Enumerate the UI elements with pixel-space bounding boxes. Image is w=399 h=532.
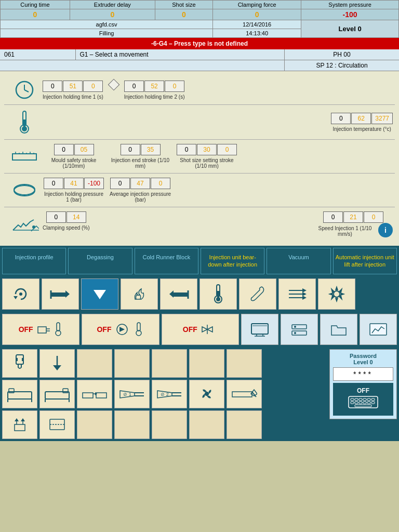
holding-time-2-inputs: 0 52 0 (124, 81, 184, 92)
grid-down[interactable] (39, 349, 75, 378)
ht1-v2[interactable]: 51 (63, 81, 83, 92)
temp-v2[interactable]: 62 (351, 113, 371, 124)
icon-server[interactable] (281, 314, 318, 345)
grid-conveyor[interactable] (227, 380, 262, 408)
grid-mold[interactable] (39, 410, 75, 439)
pump-icon (113, 322, 131, 337)
ht2-v3[interactable]: 0 (165, 81, 184, 92)
grid-bed[interactable] (2, 380, 37, 408)
plug-icon (12, 354, 28, 373)
grid-fan[interactable] (189, 380, 224, 408)
ht1-v3[interactable]: 0 (83, 81, 103, 92)
icon-wrench[interactable] (239, 278, 276, 310)
inject-left-icon (50, 286, 71, 302)
info-ph: PH 00 (285, 49, 399, 60)
hold-p-v3[interactable]: -100 (84, 178, 104, 189)
hold-p-v1[interactable]: 0 (44, 178, 63, 189)
clock-icon-wrap (6, 79, 43, 100)
inj-sp-v2[interactable]: 21 (343, 211, 363, 223)
icon-flow[interactable] (278, 278, 316, 310)
info-button[interactable]: i (378, 223, 393, 237)
off-btn-2[interactable]: OFF (82, 314, 159, 345)
icon-gear[interactable] (318, 278, 355, 310)
icon-folder[interactable] (320, 314, 357, 345)
clamp-v2[interactable]: 14 (66, 211, 86, 223)
grid-nozzle2[interactable]: ⊘ 2 (152, 380, 187, 408)
svg-rect-38 (38, 327, 46, 333)
avg-pressure-inputs: 0 47 0 (110, 178, 170, 189)
hold-p-v2[interactable]: 41 (64, 178, 84, 189)
inj-sp-v1[interactable]: 0 (323, 211, 343, 223)
grid-bed2[interactable] (39, 380, 75, 408)
temp-v1[interactable]: 0 (331, 113, 351, 124)
off-btn-3[interactable]: OFF (162, 314, 239, 345)
icon-chart[interactable] (360, 314, 397, 345)
off-btn-1[interactable]: OFF (2, 314, 79, 345)
bed-icon (7, 384, 33, 403)
nav-cold-runner[interactable]: Cold Runner Block (135, 248, 198, 274)
grid-nozzle1[interactable]: ⊘ 1 (114, 380, 150, 408)
off-keyboard-button[interactable]: OFF (333, 383, 393, 416)
inj-sp-v3[interactable]: 0 (364, 211, 383, 223)
ht2-v2[interactable]: 52 (144, 81, 164, 92)
heat-icon (130, 285, 149, 303)
avg-p-v1[interactable]: 0 (110, 178, 130, 189)
icon-temp-gauge[interactable] (200, 278, 237, 310)
hold-pressure-inputs: 0 41 -100 (44, 178, 104, 189)
icon-down-arrow[interactable]: 1 (81, 278, 118, 310)
mould-v1[interactable]: 0 (54, 144, 74, 155)
svg-point-55 (294, 332, 296, 334)
icon-inject-right[interactable] (160, 278, 197, 310)
grid-lift[interactable] (2, 410, 37, 439)
fan-icon (197, 384, 216, 403)
shot-size-label: Shot size setting stroke (1/10 mm) (176, 157, 238, 169)
off-label-3: OFF (183, 325, 197, 334)
svg-rect-81 (232, 392, 252, 397)
bottom-grid: ⊘ 1 ⊘ 2 (2, 349, 327, 439)
nav-injection-unit[interactable]: Injection unit bear-down after injection (201, 248, 264, 274)
grid-transfer[interactable] (77, 380, 112, 408)
clock-icon (14, 79, 35, 100)
inj-end-v1[interactable]: 0 (121, 144, 140, 155)
grid-empty4 (189, 349, 224, 378)
ht1-v1[interactable]: 0 (43, 81, 62, 92)
svg-rect-93 (355, 398, 358, 401)
password-input[interactable]: **** (333, 367, 393, 381)
svg-line-2 (24, 90, 29, 92)
ht2-v1[interactable]: 0 (124, 81, 144, 92)
avg-p-v2[interactable]: 47 (130, 178, 150, 189)
nav-degassing[interactable]: Degassing (68, 248, 132, 274)
pressure-group: 0 41 -100 Injection holding pressure 1 (… (43, 178, 393, 203)
icon-inject-left[interactable] (42, 278, 79, 310)
svg-point-30 (216, 297, 220, 301)
avg-p-v3[interactable]: 0 (151, 178, 170, 189)
icon-cycle[interactable] (2, 278, 39, 310)
shot-v3[interactable]: 0 (217, 144, 237, 155)
thermometer-small2-icon (134, 322, 144, 337)
pressure-body: 0 41 -100 Injection holding pressure 1 (… (43, 178, 393, 203)
svg-rect-24 (174, 292, 188, 297)
shot-v2[interactable]: 30 (197, 144, 217, 155)
clamping-speed-inputs: 0 14 (46, 211, 86, 223)
svg-rect-89 (50, 419, 64, 430)
info-row-1: 061 G1 – Select a movement PH 00 (0, 49, 399, 60)
inj-end-v2[interactable]: 35 (141, 144, 161, 155)
svg-rect-41 (57, 323, 60, 331)
mould-v2[interactable]: 05 (74, 144, 94, 155)
nav-vacuum[interactable]: Vacuum (267, 248, 330, 274)
temp-v3[interactable]: 3277 (371, 113, 393, 124)
grid-plug[interactable] (2, 349, 37, 378)
icon-monitor[interactable] (241, 314, 278, 345)
svg-marker-61 (53, 365, 61, 370)
shot-v1[interactable]: 0 (177, 144, 196, 155)
nav-auto-injection[interactable]: Automatic injection unit lift after inje… (333, 248, 397, 274)
info-empty (0, 60, 285, 71)
clamp-v1[interactable]: 0 (46, 211, 66, 223)
valve-icon (200, 322, 218, 337)
stroke-section: 0 05 Mould safety stroke (1/10mm) 0 35 I… (4, 140, 395, 174)
icon-heat[interactable] (121, 278, 158, 310)
lift-icon (10, 415, 29, 434)
holding-time-1-group: 0 51 0 Injection holding time 1 (s) (43, 81, 103, 100)
svg-rect-71 (96, 393, 107, 398)
nav-injection-profile[interactable]: Injection profile (2, 248, 66, 274)
